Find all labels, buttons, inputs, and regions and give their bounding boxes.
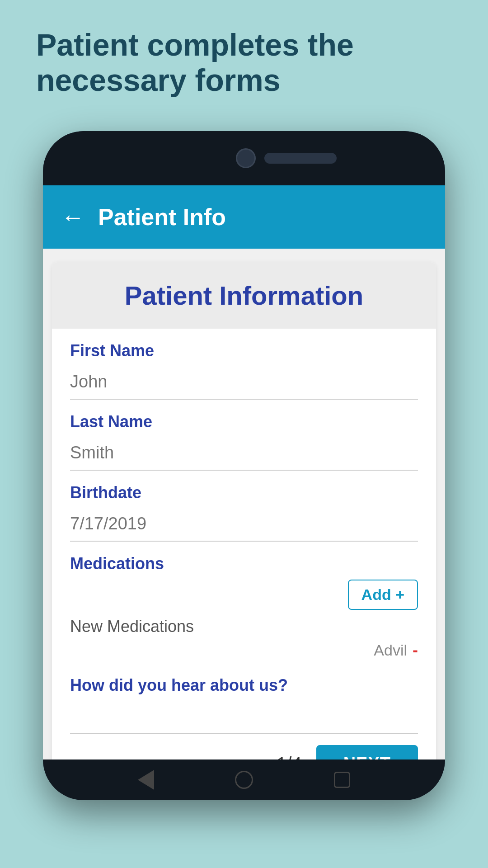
phone-bottom-bar xyxy=(43,760,445,800)
hear-input[interactable] xyxy=(70,699,418,734)
next-button[interactable]: NEXT xyxy=(316,745,418,760)
back-nav-icon[interactable] xyxy=(138,770,154,790)
phone-top-bar xyxy=(43,131,445,185)
phone-speaker xyxy=(264,153,337,164)
last-name-input[interactable] xyxy=(70,436,418,471)
page-counter: 1/4 xyxy=(277,754,302,760)
phone-wrapper: ← Patient Info Patient Information First… xyxy=(43,131,445,800)
phone-camera xyxy=(236,148,256,168)
form-footer: 1/4 NEXT xyxy=(52,734,436,760)
birthdate-label: Birthdate xyxy=(70,483,418,502)
medications-label: Medications xyxy=(70,554,418,573)
form-card-header: Patient Information xyxy=(52,262,436,329)
remove-medication-button[interactable]: - xyxy=(413,641,418,660)
existing-medication-name: Advil xyxy=(374,642,407,659)
birthdate-input[interactable] xyxy=(70,507,418,542)
add-medication-button[interactable]: Add + xyxy=(348,580,418,610)
app-header: ← Patient Info xyxy=(43,185,445,249)
first-name-input[interactable] xyxy=(70,365,418,400)
home-nav-icon[interactable] xyxy=(235,771,253,789)
page-headline: Patient completes the necessary forms xyxy=(36,27,452,98)
form-card: Patient Information First Name Last Name… xyxy=(52,262,436,760)
last-name-label: Last Name xyxy=(70,412,418,431)
existing-medication-row: Advil - xyxy=(70,641,418,660)
recents-nav-icon[interactable] xyxy=(334,772,350,788)
form-body: First Name Last Name Birthdate Medicatio… xyxy=(52,341,436,734)
phone-screen: ← Patient Info Patient Information First… xyxy=(43,185,445,760)
first-name-label: First Name xyxy=(70,341,418,360)
medications-add-row: Add + xyxy=(70,580,418,610)
hear-label: How did you hear about us? xyxy=(70,676,418,695)
form-card-title: Patient Information xyxy=(125,281,363,310)
phone-shell: ← Patient Info Patient Information First… xyxy=(43,131,445,800)
new-medication-input[interactable]: New Medications xyxy=(70,617,418,636)
header-title: Patient Info xyxy=(98,203,226,231)
back-button[interactable]: ← xyxy=(61,205,84,229)
